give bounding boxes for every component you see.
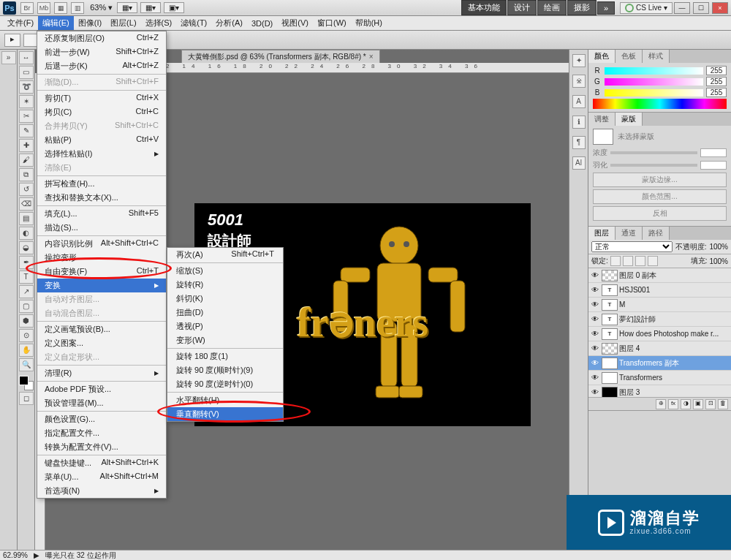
visibility-eye-icon[interactable]: 👁	[590, 330, 600, 338]
window-minimize-button[interactable]: —	[674, 2, 690, 14]
workspace-tab-essentials[interactable]: 基本功能	[461, 0, 507, 15]
layer-mask-icon[interactable]: ◑	[681, 399, 691, 409]
layer-row[interactable]: 👁图层 3	[588, 385, 731, 397]
crop-tool-icon[interactable]: ✂	[19, 110, 34, 123]
pen-tool-icon[interactable]: ✒	[19, 256, 34, 269]
camera-tool-icon[interactable]: ⊙	[19, 329, 34, 342]
edit-menu-item[interactable]: 键盘快捷键...Alt+Shift+Ctrl+K	[37, 456, 166, 470]
3d-tool-icon[interactable]: ⬢	[19, 314, 34, 328]
edit-menu-item[interactable]: 还原复制图层(O)Ctrl+Z	[37, 31, 166, 45]
edit-menu-item[interactable]: 自由变换(F)Ctrl+T	[37, 265, 166, 279]
extras-icon[interactable]: ▥	[71, 2, 84, 14]
edit-menu-item[interactable]: 定义画笔预设(B)...	[37, 322, 166, 336]
transform-menu-item[interactable]: 旋转(R)	[167, 278, 283, 292]
workspace-tab-painting[interactable]: 绘画	[537, 0, 567, 15]
quickmask-icon[interactable]: ◻	[19, 392, 34, 405]
edit-menu-item[interactable]: 后退一步(K)Alt+Ctrl+Z	[37, 59, 166, 73]
transform-menu-item[interactable]: 透视(P)	[167, 319, 283, 333]
feather-slider[interactable]	[610, 164, 697, 167]
auto-select-toggle[interactable]	[23, 34, 38, 47]
menu-view[interactable]: 视图(V)	[277, 16, 313, 30]
layer-row[interactable]: 👁图层 0 副本	[588, 268, 731, 283]
zoom-tool-icon[interactable]: 🔍	[19, 358, 34, 371]
edit-menu-item[interactable]: 选择性粘贴(I)	[37, 147, 166, 161]
color-spectrum-strip[interactable]	[593, 99, 727, 109]
menu-edit[interactable]: 编辑(E)	[38, 16, 74, 30]
density-slider[interactable]	[610, 151, 697, 154]
history-brush-icon[interactable]: ↺	[19, 183, 34, 196]
status-zoom[interactable]: 62.99%	[3, 551, 28, 559]
new-layer-icon[interactable]: ⊡	[705, 399, 716, 409]
workspace-tab-design[interactable]: 设计	[507, 0, 537, 15]
dock-icon-4[interactable]: ℹ	[572, 116, 586, 129]
panel-tab-paths[interactable]: 路径	[643, 227, 670, 240]
dock-icon-1[interactable]: ✦	[572, 54, 586, 67]
dock-icon-5[interactable]: ¶	[572, 136, 586, 149]
bridge-icon[interactable]: Br	[20, 2, 34, 14]
document-tab[interactable]: 大黄蜂倒影.psd @ 63% (Transformers 副本, RGB/8#…	[181, 50, 380, 63]
wand-tool-icon[interactable]: ✶	[19, 95, 34, 108]
window-close-button[interactable]: ×	[712, 2, 728, 14]
color-swatch[interactable]	[19, 376, 34, 390]
fill-value[interactable]: 100%	[709, 257, 728, 265]
move-tool-preset[interactable]: ▸	[4, 34, 20, 47]
visibility-eye-icon[interactable]: 👁	[590, 315, 600, 323]
workspace-more[interactable]: »	[597, 1, 615, 15]
new-group-icon[interactable]: ▣	[693, 399, 703, 409]
visibility-eye-icon[interactable]: 👁	[590, 359, 600, 367]
menu-image[interactable]: 图像(I)	[74, 16, 106, 30]
mask-edge-button[interactable]: 蒙版边缘...	[593, 173, 727, 187]
lock-transparency-icon[interactable]	[610, 256, 621, 266]
edit-menu-item[interactable]: 操控变形	[37, 251, 166, 265]
gradient-tool-icon[interactable]: ▤	[19, 212, 34, 225]
cs-live-button[interactable]: CS Live ▾	[620, 2, 673, 14]
layer-fx-icon[interactable]: fx	[668, 399, 678, 409]
lock-position-icon[interactable]	[635, 256, 645, 266]
edit-menu-item[interactable]: 首选项(N)	[37, 484, 166, 498]
edit-menu-item[interactable]: 粘贴(P)Ctrl+V	[37, 133, 166, 147]
menu-filter[interactable]: 滤镜(T)	[176, 16, 211, 30]
hand-tool-icon[interactable]: ✋	[19, 344, 34, 357]
lasso-tool-icon[interactable]: ➰	[19, 80, 34, 94]
edit-menu-item[interactable]: 查找和替换文本(X)...	[37, 191, 166, 205]
transform-menu-item[interactable]: 变形(W)	[167, 333, 283, 347]
color-r-value[interactable]: 255	[706, 66, 727, 75]
visibility-eye-icon[interactable]: 👁	[590, 388, 600, 396]
layer-row[interactable]: 👁Transformers 副本	[588, 356, 731, 371]
dodge-tool-icon[interactable]: ◒	[19, 241, 34, 254]
visibility-eye-icon[interactable]: 👁	[590, 344, 600, 352]
tab-icon[interactable]: »	[1, 51, 16, 64]
panel-tab-swatches[interactable]: 色板	[616, 50, 643, 63]
move-tool-icon[interactable]: ↔	[19, 51, 34, 64]
color-b-value[interactable]: 255	[706, 88, 727, 97]
panel-tab-styles[interactable]: 样式	[643, 50, 670, 63]
transform-menu-item[interactable]: 水平翻转(H)	[167, 393, 283, 407]
link-layers-icon[interactable]: ⊕	[656, 399, 666, 409]
menu-layer[interactable]: 图层(L)	[106, 16, 140, 30]
view-drop-1[interactable]: ▦▾	[117, 2, 137, 13]
transform-menu-item[interactable]: 垂直翻转(V)	[167, 407, 283, 421]
lock-all-icon[interactable]	[648, 256, 658, 266]
color-range-button[interactable]: 颜色范围...	[593, 189, 727, 204]
foreground-color-swatch[interactable]	[19, 376, 29, 385]
shape-tool-icon[interactable]: ▢	[19, 300, 34, 313]
screen-mode-icon[interactable]: ▦	[54, 2, 67, 14]
layer-row[interactable]: 👁图层 4	[588, 341, 731, 356]
edit-menu-item[interactable]: 清理(R)	[37, 366, 166, 380]
transform-menu-item[interactable]: 扭曲(D)	[167, 306, 283, 319]
transform-menu-item[interactable]: 旋转 90 度(逆时针)(0)	[167, 377, 283, 391]
edit-menu-item[interactable]: 剪切(T)Ctrl+X	[37, 91, 166, 105]
edit-menu-item[interactable]: 指定配置文件...	[37, 426, 166, 440]
edit-menu-item[interactable]: 拷贝(C)Ctrl+C	[37, 105, 166, 119]
blend-mode-select[interactable]: 正常	[591, 241, 673, 252]
dock-icon-2[interactable]: ※	[572, 75, 586, 88]
panel-tab-masks[interactable]: 蒙版	[616, 113, 643, 126]
workspace-tab-photography[interactable]: 摄影	[567, 0, 596, 15]
blur-tool-icon[interactable]: ◐	[19, 227, 34, 240]
visibility-eye-icon[interactable]: 👁	[590, 286, 600, 294]
view-drop-3[interactable]: ▣▾	[164, 2, 184, 13]
edit-menu-item[interactable]: 内容识别比例Alt+Shift+Ctrl+C	[37, 237, 166, 251]
visibility-eye-icon[interactable]: 👁	[590, 271, 600, 279]
edit-menu-item[interactable]: 填充(L)...Shift+F5	[37, 207, 166, 221]
color-b-slider[interactable]	[605, 89, 703, 97]
